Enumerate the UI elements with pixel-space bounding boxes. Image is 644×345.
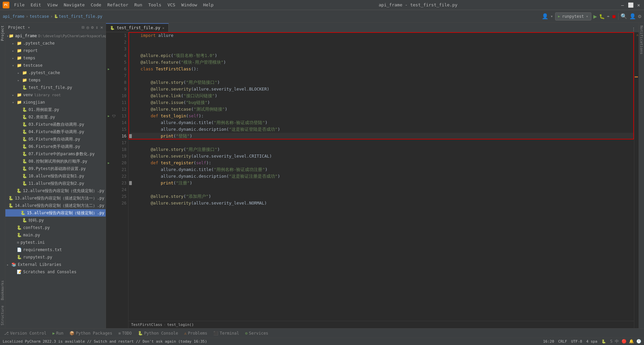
tree-item-04[interactable]: 🐍 04.Fixture函数手动调用.py — [5, 128, 106, 135]
code-line-18[interactable]: @allure.story("用户注册接口") — [130, 146, 634, 153]
tree-item-main[interactable]: 🐍 main.py — [5, 231, 106, 239]
editor-options-icon[interactable]: ⋮ — [631, 26, 636, 32]
tree-item-pytest-ini[interactable]: ≡ pytest.ini — [5, 239, 106, 246]
menu-run[interactable]: Run — [132, 2, 145, 8]
structure-vertical-tab[interactable]: Structure — [0, 303, 5, 328]
tree-item-08[interactable]: 🐍 08.控制测试用例的执行顺序.py — [5, 158, 106, 165]
code-line-25[interactable]: @allure.story("添加用户") — [130, 193, 634, 200]
line-ending-status[interactable]: CRLF — [558, 339, 567, 344]
code-line-20[interactable]: def test_register(self): — [130, 160, 634, 166]
breadcrumb-part-1[interactable]: TestFirstClass — [131, 323, 162, 327]
code-line-2[interactable] — [130, 39, 634, 46]
project-dropdown[interactable]: ▾ — [28, 25, 30, 30]
nav-part-2[interactable]: testcase — [30, 14, 49, 19]
code-line-22[interactable]: allure.dynamic.description("这是验证注册是否成功") — [130, 173, 634, 180]
code-line-12[interactable]: @allure.testcase("测试用例链接") — [130, 106, 634, 113]
menu-vcs[interactable]: VCS — [165, 2, 178, 8]
stop-button[interactable]: ⏹ — [611, 14, 616, 19]
code-line-8[interactable]: @allure.story("用户登陆接口") — [130, 79, 634, 86]
tree-item-05[interactable]: 🐍 05.Fixture类自动调用.py — [5, 135, 106, 143]
coverage-button[interactable]: ☂ — [607, 14, 609, 19]
run-gutter-13[interactable]: ▶ — [106, 114, 111, 118]
code-line-26[interactable]: @allure.severity(allure.severity_level.N… — [130, 200, 634, 207]
services-tab[interactable]: ⚙ Services — [243, 329, 271, 337]
python-console-tab[interactable]: 🐍 Python Console — [135, 329, 181, 337]
todo-tab[interactable]: ≡ TODO — [116, 329, 135, 337]
menu-view[interactable]: View — [45, 2, 60, 8]
run-gutter-6[interactable]: ▶ — [106, 67, 111, 71]
indent-status[interactable]: 4 spa — [586, 339, 597, 344]
nav-part-3[interactable]: 🐍 test_first_file.py — [54, 14, 102, 19]
line-col-status[interactable]: 16:20 — [543, 339, 554, 344]
tree-item-conftest[interactable]: 🐍 conftest.py — [5, 224, 106, 231]
hide-icon[interactable]: ✕ — [100, 25, 103, 30]
code-line-14[interactable]: allure.dynamic.title("用例名称-验证成功登陆") — [130, 119, 634, 126]
tree-item-pytest-cache-1[interactable]: ▸ 📁 .pytest_cache — [5, 40, 106, 47]
menu-edit[interactable]: Edit — [28, 2, 44, 8]
menu-tools[interactable]: Tools — [146, 2, 164, 8]
menu-code[interactable]: Code — [88, 2, 104, 8]
search-button[interactable]: 🔍 — [621, 13, 627, 19]
profile-button[interactable]: 👤 — [629, 13, 636, 19]
menu-window[interactable]: Window — [179, 2, 200, 8]
tree-item-transcode[interactable]: 🐍 转码.py — [5, 217, 106, 224]
tab-test-first-file[interactable]: 🐍 test_first_file.py ✕ — [106, 23, 169, 32]
tree-item-testcase[interactable]: ▾ 📁 testcase — [5, 62, 106, 69]
bookmarks-vertical-tab[interactable]: Bookmarks — [0, 278, 5, 303]
tree-item-03[interactable]: 🐍 03.Fixture函数自动调用.py — [5, 121, 106, 128]
code-line-10[interactable]: @allure.link("接口访问链接") — [130, 93, 634, 99]
code-line-23[interactable]: print("注册") — [130, 180, 634, 186]
tree-item-01[interactable]: 🐍 01.用例前置.py — [5, 106, 106, 113]
encoding-status[interactable]: UTF-8 — [571, 339, 582, 344]
tree-item-xiongjian[interactable]: ▾ 📁 xiongjian — [5, 99, 106, 106]
menu-refactor[interactable]: Refactor — [105, 2, 131, 8]
code-line-17[interactable] — [130, 139, 634, 146]
tab-close-button[interactable]: ✕ — [162, 26, 164, 30]
problems-tab[interactable]: ⚠ Problems — [181, 329, 210, 337]
code-line-6[interactable]: class TestFirstClass(): — [130, 66, 634, 72]
notifications-vertical-tab[interactable]: Notifications — [639, 23, 644, 57]
dropdown-icon[interactable]: ▾ — [550, 14, 553, 19]
project-vertical-tab[interactable]: Project — [0, 23, 5, 44]
menu-file[interactable]: File — [11, 2, 27, 8]
code-line-16[interactable]: print("登陆") — [130, 133, 634, 139]
expand-icon[interactable]: ↕ — [96, 25, 98, 30]
breadcrumb-part-2[interactable]: test_login() — [167, 323, 194, 327]
tree-item-pytest-cache-2[interactable]: ▸ 📁 .pytest_cache — [5, 69, 106, 76]
terminal-tab[interactable]: ⬛ Terminal — [211, 329, 242, 337]
code-line-7[interactable] — [130, 72, 634, 79]
collapse-all-icon[interactable]: ⊟ — [82, 25, 85, 30]
tree-item-report[interactable]: ▸ 📁 report — [5, 47, 106, 54]
tree-item-15[interactable]: 🐍 15.allure报告内容定制（链接定制）.py — [5, 209, 106, 217]
tree-item-requirements[interactable]: 📄 requirements.txt — [5, 246, 106, 253]
tree-item-06[interactable]: 🐍 06.Fixture类手动调用.py — [5, 143, 106, 150]
run-tab[interactable]: ▶ Run — [50, 329, 66, 337]
tree-item-temps-2[interactable]: ▸ 📁 temps — [5, 76, 106, 84]
settings-icon[interactable]: ⚙ — [91, 25, 94, 30]
tree-item-12[interactable]: 🐍 12.allure报告内容定制（优先级定制）.py — [5, 187, 106, 194]
settings-button[interactable]: ⚙ — [638, 13, 641, 19]
run-gutter-20[interactable]: ▶ — [106, 161, 111, 165]
tree-item-10[interactable]: 🐍 10.allure报告内容定制1.py — [5, 172, 106, 180]
nav-part-1[interactable]: api_frame — [3, 14, 24, 19]
code-line-1[interactable]: import allure — [130, 32, 634, 39]
code-line-21[interactable]: allure.dynamic.title("用例名称-验证成功注册") — [130, 166, 634, 173]
menu-navigate[interactable]: Navigate — [61, 2, 88, 8]
debug-button[interactable]: 🐛 — [599, 14, 605, 19]
tree-item-test-first-file[interactable]: 🐍 test_first_file.py — [5, 84, 106, 91]
user-icon[interactable]: 👤 — [542, 13, 548, 19]
code-line-24[interactable] — [130, 186, 634, 193]
tree-item-13[interactable]: 🐍 13.allure报告内容定制（描述定制方法一）.py — [5, 194, 106, 202]
code-line-4[interactable]: @allure.epic("项目名称-智考1.0") — [130, 52, 634, 59]
close-button[interactable]: ✕ — [636, 2, 641, 8]
tree-item-external-libs[interactable]: ▸ 📚 External Libraries — [5, 261, 106, 268]
code-line-5[interactable]: @allure.feature("模块-用户管理模块") — [130, 59, 634, 66]
tree-item-07[interactable]: 🐍 07.Fixture中的params参数化.py — [5, 150, 106, 158]
menu-help[interactable]: Help — [201, 2, 216, 8]
version-control-tab[interactable]: ⎇ Version Control — [1, 329, 49, 337]
tree-item-api-frame[interactable]: ▾ 📁 api_frame D:\develop\PyCharm\workspa… — [5, 32, 106, 40]
tree-item-11[interactable]: 🐍 11.allure报告内容定制2.py — [5, 180, 106, 187]
tree-item-02[interactable]: 🐍 02.类前置.py — [5, 113, 106, 121]
code-line-19[interactable]: @allure.severity(allure.severity_level.C… — [130, 153, 634, 160]
python-packages-tab[interactable]: 📦 Python Packages — [67, 329, 115, 337]
